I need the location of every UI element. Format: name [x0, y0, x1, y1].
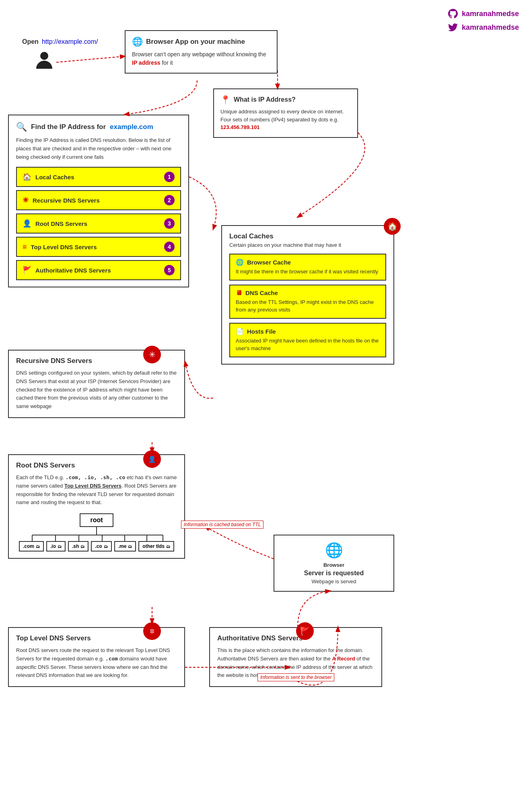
github-username: kamranahmedse	[462, 10, 519, 18]
ip-address-box: 📍 What is IP Address? Unique address ass…	[213, 88, 358, 138]
find-ip-description: Finding the IP Address is called DNS res…	[16, 136, 181, 161]
tld-me: .me 🗂	[114, 541, 136, 552]
find-ip-box: 🔍 Find the IP Address for example.com Fi…	[8, 115, 189, 287]
globe-icon: 🌐	[132, 37, 143, 47]
asterisk-icon: ✳	[23, 196, 29, 205]
recursive-dns-text: DNS settings configured on your system, …	[16, 369, 177, 411]
github-icon	[447, 8, 459, 19]
browser-app-text: Browser can't open any webpage without k…	[132, 50, 270, 67]
twitter-social-item[interactable]: kamranahmedse	[447, 22, 519, 33]
step-number-4: 4	[164, 242, 175, 252]
browser-cache-text: It might be there in the browser cache i…	[236, 268, 380, 276]
hosts-file-item: 📄 Hosts File Associated IP might have be…	[229, 323, 386, 357]
tld-co: .co 🗂	[91, 541, 111, 552]
find-ip-url: example.com	[110, 123, 153, 131]
ip-address-text: Unique address assigned to every device …	[220, 108, 351, 131]
search-icon: 🔍	[16, 122, 27, 132]
open-url-row: Open http://example.com/	[22, 38, 98, 45]
root-dns-text: Each of the TLD e.g. .com, .io, .sh, .co…	[16, 474, 177, 507]
find-ip-prefix: Find the IP Address for	[31, 123, 106, 131]
cached-ttl-annotation: Information is cached based on TTL	[181, 521, 263, 529]
dns-cache-text: Based on the TTL Settings, IP might exis…	[236, 298, 380, 314]
hosts-file-text: Associated IP might have been defined in…	[236, 337, 380, 353]
top-level-dns-badge: ≡	[143, 622, 161, 640]
step-number-1: 1	[164, 172, 175, 182]
root-tree-lines	[20, 527, 173, 541]
dns-cache-title: DNS Cache	[245, 289, 278, 296]
browser-cache-icon: 🌐	[236, 258, 244, 266]
authoritative-dns-badge: 🚩	[296, 622, 314, 640]
local-caches-badge: 🏠	[384, 218, 401, 235]
list-item-top-level-dns: ≡ Top Level DNS Servers 4	[16, 237, 181, 257]
sent-to-browser-annotation: Information is sent to the browser	[257, 673, 334, 681]
local-caches-detail-box: 🏠 Local Caches Certain places on your ma…	[221, 225, 394, 365]
recursive-dns-label: Recursive DNS Servers	[33, 197, 100, 204]
root-dns-badge: 👤	[143, 450, 161, 468]
root-label: root	[80, 513, 113, 527]
open-url-link[interactable]: http://example.com/	[42, 38, 98, 45]
ip-address-title: What is IP Address?	[234, 96, 296, 103]
dns-cache-item: 🖥 DNS Cache Based on the TTL Settings, I…	[229, 285, 386, 319]
root-dns-badge-icon: 👤	[148, 455, 156, 463]
tld-io: .io 🗂	[46, 541, 66, 552]
dns-cache-icon: 🖥	[236, 289, 242, 297]
browser-server-box: 🌐 Browser Server is requested Webpage is…	[274, 535, 394, 592]
twitter-username: kamranahmedse	[462, 23, 519, 32]
root-dns-label: Root DNS Servers	[35, 220, 87, 227]
root-dns-box: Root DNS Servers Each of the TLD e.g. .c…	[8, 454, 185, 559]
local-caches-detail-subtitle: Certain places on your machine that may …	[229, 242, 386, 248]
lines-icon: ≡	[23, 243, 27, 251]
browser-cache-title: Browser Cache	[247, 259, 291, 266]
recursive-dns-badge: ✳	[143, 346, 161, 363]
browser-app-title: Browser App on your machine	[146, 38, 245, 46]
tld-boxes: .com 🗂 .io 🗂 .sh 🗂 .co 🗂 .me 🗂	[19, 541, 174, 552]
list-item-authoritative-dns: 🚩 Authoritative DNS Servers 5	[16, 260, 181, 280]
authoritative-dns-badge-icon: 🚩	[300, 626, 310, 636]
hosts-file-title: Hosts File	[247, 328, 276, 335]
person-icon	[34, 50, 54, 70]
authoritative-dns-title: Authoritative DNS Servers	[217, 634, 374, 642]
browser-icon: 🌐	[282, 542, 386, 559]
root-diagram: root .com 🗂 .io 🗂	[16, 513, 177, 552]
local-caches-label: Local Caches	[35, 174, 74, 180]
tld-com: .com 🗂	[19, 541, 44, 552]
a-record-link: A Record	[332, 656, 355, 662]
local-caches-items: 🌐 Browser Cache It might be there in the…	[229, 254, 386, 357]
browser-app-box: 🌐 Browser App on your machine Browser ca…	[125, 30, 278, 74]
browser-server-title: Server is requested	[282, 570, 386, 577]
social-header: kamranahmedse kamranahmedse	[447, 8, 519, 33]
dns-steps-list: 🏠 Local Caches 1 ✳ Recursive DNS Servers…	[16, 167, 181, 280]
github-social-item[interactable]: kamranahmedse	[447, 8, 519, 19]
browser-cache-item: 🌐 Browser Cache It might be there in the…	[229, 254, 386, 281]
hosts-file-icon: 📄	[236, 328, 244, 335]
pin-icon: 📍	[220, 95, 231, 105]
local-caches-detail-title: Local Caches	[229, 232, 386, 240]
browser-server-browser-label: Browser	[282, 562, 386, 568]
step-number-3: 3	[164, 218, 175, 229]
user-icon-area	[34, 50, 54, 72]
top-level-dns-label: Top Level DNS Servers	[31, 244, 97, 250]
authoritative-dns-label: Authoritative DNS Servers	[35, 267, 111, 274]
list-item-recursive-dns: ✳ Recursive DNS Servers 2	[16, 190, 181, 210]
step-number-2: 2	[164, 195, 175, 205]
step-number-5: 5	[164, 265, 175, 275]
top-level-dns-badge-icon: ≡	[150, 627, 154, 636]
tld-sh: .sh 🗂	[68, 541, 88, 552]
house-icon: 🏠	[23, 172, 31, 181]
people-icon: 👤	[23, 219, 31, 228]
top-level-dns-text: Root DNS servers route the request to th…	[16, 646, 177, 680]
flag-icon: 🚩	[23, 266, 31, 275]
twitter-icon	[447, 22, 459, 33]
list-item-root-dns: 👤 Root DNS Servers 3	[16, 213, 181, 234]
svg-point-0	[40, 52, 48, 60]
browser-server-subtitle: Webpage is served	[282, 578, 386, 584]
svg-line-11	[56, 56, 125, 62]
tld-others: other tlds 🗂	[138, 541, 174, 552]
open-label: Open	[22, 38, 39, 45]
list-item-local-caches: 🏠 Local Caches 1	[16, 167, 181, 187]
recursive-dns-badge-icon: ✳	[149, 350, 156, 359]
